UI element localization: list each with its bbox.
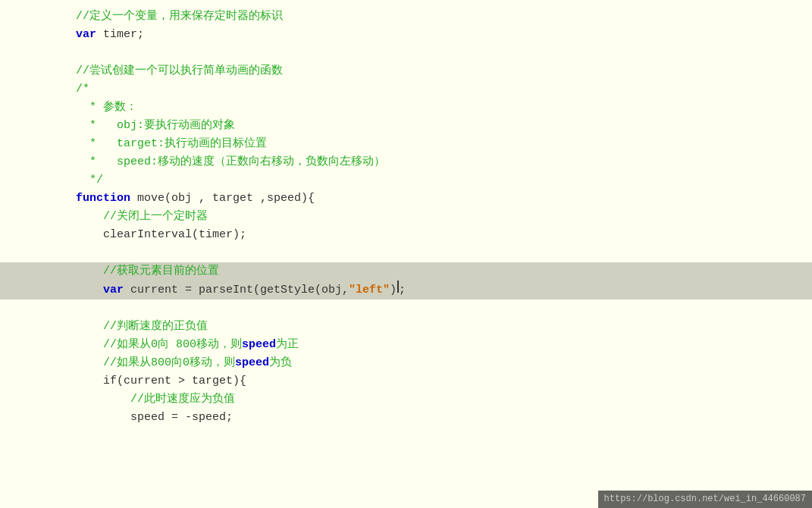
code-line: if(current > target){ [0,372,812,390]
code-line: //关闭上一个定时器 [0,208,812,226]
comment-text: //获取元素目前的位置 [76,262,219,281]
code-line-empty [0,44,812,62]
code-text: speed = -speed; [76,409,233,427]
code-line: //此时速度应为负值 [0,390,812,409]
code-line: //如果从0向 800移动，则speed为正 [0,336,812,354]
comment-text: * target:执行动画的目标位置 [76,135,267,153]
comment-text: //关闭上一个定时器 [76,208,208,226]
url-text: https://blog.csdn.net/wei_in_44660087 [604,494,806,504]
code-line: * target:执行动画的目标位置 [0,135,812,153]
comment-text: 为正 [276,336,299,354]
comment-text: * obj:要执行动画的对象 [76,117,235,135]
code-line-function: function move( obj , target ,speed){ [0,190,812,208]
code-line: * speed:移动的速度（正数向右移动，负数向左移动） [0,153,812,171]
code-text [130,190,137,208]
code-line: /* [0,80,812,99]
comment-text: 为负 [269,354,292,372]
code-line-empty [0,299,812,318]
code-text: ) [390,281,397,299]
code-line: clearInterval(timer); [0,226,812,244]
comment-text: //此时速度应为负值 [76,390,235,409]
code-line-highlighted: var current = parseInt(getStyle(obj,"lef… [0,281,812,299]
comment-text: * speed:移动的速度（正数向右移动，负数向左移动） [76,153,385,171]
code-line: * 参数： [0,99,812,117]
code-line: * obj:要执行动画的对象 [0,117,812,135]
code-text: ; [399,281,406,299]
comment-text: /* [76,80,89,99]
code-line: //定义一个变量，用来保存定时器的标识 [0,8,812,26]
comment-text: //如果从800向0移动，则 [76,354,235,372]
comment-text: * 参数： [76,99,137,117]
code-text: obj , target ,speed){ [171,190,315,208]
code-line: var timer; [0,26,812,44]
code-line: //尝试创建一个可以执行简单动画的函数 [0,62,812,80]
code-text: clearInterval(timer); [76,226,246,244]
function-name: move( [137,190,171,208]
comment-text: //如果从0向 800移动，则 [76,336,242,354]
code-line-highlighted: //获取元素目前的位置 [0,262,812,281]
code-line: */ [0,171,812,190]
comment-text: */ [76,171,103,190]
comment-text: //判断速度的正负值 [76,318,208,336]
code-text: current = parseInt(getStyle(obj, [124,281,349,299]
code-text: timer; [96,26,144,44]
code-line: speed = -speed; [0,409,812,427]
comment-text: //尝试创建一个可以执行简单动画的函数 [76,62,283,80]
comment-text: //定义一个变量，用来保存定时器的标识 [76,8,283,26]
code-line-empty [0,244,812,262]
code-line: //如果从800向0移动，则speed为负 [0,354,812,372]
url-bar: https://blog.csdn.net/wei_in_44660087 [598,491,812,508]
code-editor: //定义一个变量，用来保存定时器的标识 var timer; //尝试创建一个可… [0,0,812,508]
keyword-speed: speed [235,354,269,372]
code-text: if(current > target){ [76,372,246,390]
keyword-function: function [76,190,130,208]
keyword-speed: speed [242,336,276,354]
code-line: //判断速度的正负值 [0,318,812,336]
keyword-var: var [76,281,124,299]
keyword-var: var [76,26,96,44]
string-value: "left" [349,281,390,299]
